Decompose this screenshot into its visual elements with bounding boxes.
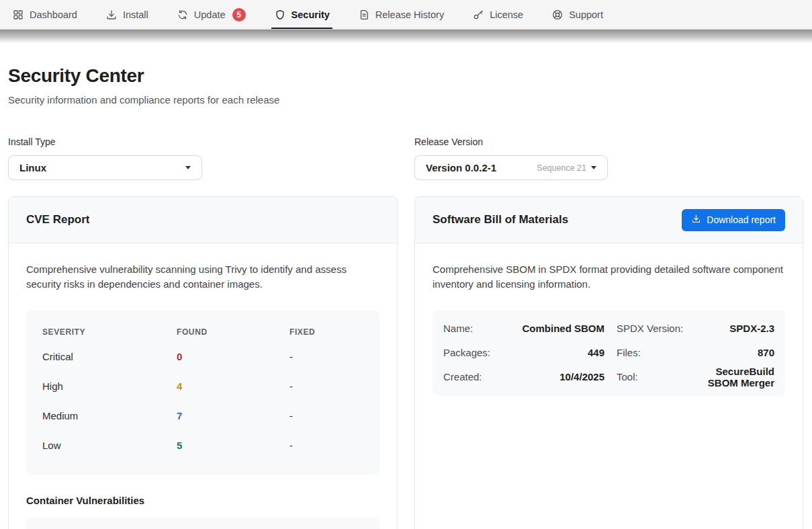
release-version-label: Release Version <box>414 136 803 147</box>
fixed-column-header: FIXED <box>289 327 363 337</box>
container-vulnerabilities-title: Container Vulnerabilities <box>26 495 379 506</box>
nav-item-label: Security <box>291 9 330 20</box>
sbom-detail-value: 10/4/2025 <box>521 371 604 382</box>
download-report-button[interactable]: Download report <box>682 209 785 231</box>
sbom-card: Software Bill of Materials Download repo… <box>414 196 803 529</box>
sbom-detail-value: 449 <box>521 347 604 358</box>
sbom-details-table: Name: Combined SBOM SPDX Version: SPDX-2… <box>433 310 785 396</box>
table-row: Name: Combined SBOM SPDX Version: SPDX-2… <box>443 317 774 341</box>
fixed-count: - <box>289 351 363 362</box>
nav-item-label: Dashboard <box>30 9 77 20</box>
update-count-badge: 5 <box>232 8 246 22</box>
table-row: Created: 10/4/2025 Tool: SecureBuild SBO… <box>443 365 774 389</box>
severity-label: Medium <box>42 410 177 421</box>
security-icon <box>274 9 286 21</box>
table-row: Low 5 - <box>42 431 363 460</box>
sbom-detail-value: SecureBuild SBOM Merger <box>695 366 774 389</box>
found-count: 5 <box>177 440 289 451</box>
severity-label: High <box>42 380 177 392</box>
nav-item-release-history[interactable]: Release History <box>358 0 444 29</box>
nav-item-label: Release History <box>375 9 444 20</box>
nav-item-update[interactable]: Update 5 <box>177 0 246 29</box>
table-row: Critical 0 - <box>42 342 363 372</box>
install-type-label: Install Type <box>8 136 398 147</box>
fixed-count: - <box>289 440 363 451</box>
download-report-label: Download report <box>707 214 776 225</box>
release-version-select[interactable]: Version 0.0.2-1 Sequence 21 <box>414 155 608 180</box>
fixed-count: - <box>289 410 363 421</box>
sbom-detail-label: Packages: <box>443 347 521 358</box>
severity-table-header: SEVERITY FOUND FIXED <box>42 322 363 342</box>
sbom-detail-value: SPDX-2.3 <box>695 323 774 334</box>
table-row: Packages: 449 Files: 870 <box>443 341 774 365</box>
severity-column-header: SEVERITY <box>42 327 177 337</box>
sbom-title: Software Bill of Materials <box>433 213 568 227</box>
nav-item-label: License <box>490 9 523 20</box>
nav-item-support[interactable]: Support <box>551 0 603 29</box>
cve-report-card-header: CVE Report <box>9 197 397 243</box>
sbom-detail-label: Created: <box>443 371 521 382</box>
sbom-card-header: Software Bill of Materials Download repo… <box>415 197 803 243</box>
install-type-value: Linux <box>19 162 46 173</box>
found-count: 0 <box>177 351 289 362</box>
container-table-header: NAME FOUND FIXED <box>26 517 379 529</box>
download-icon <box>691 214 701 226</box>
cve-report-description: Comprehensive vulnerability scanning usi… <box>26 262 379 292</box>
release-sequence-label: Sequence 21 <box>537 163 586 173</box>
sbom-detail-label: Files: <box>604 347 695 358</box>
nav-item-label: Update <box>194 9 226 20</box>
severity-label: Critical <box>42 351 177 362</box>
header-shadow-band <box>0 30 812 43</box>
page-subtitle: Security information and compliance repo… <box>8 94 804 106</box>
support-icon <box>551 9 563 21</box>
cve-report-card: CVE Report Comprehensive vulnerability s… <box>8 196 398 529</box>
sbom-detail-label: SPDX Version: <box>604 323 695 334</box>
update-icon <box>177 9 189 21</box>
nav-item-dashboard[interactable]: Dashboard <box>12 0 77 29</box>
nav-item-label: Support <box>569 9 603 20</box>
sbom-detail-value: 870 <box>695 347 774 358</box>
install-icon <box>105 9 118 21</box>
dashboard-icon <box>12 9 24 21</box>
release-history-icon <box>358 9 370 21</box>
sbom-detail-value: Combined SBOM <box>521 323 604 334</box>
found-count: 7 <box>177 410 289 421</box>
page-title: Security Center <box>8 65 804 87</box>
chevron-down-icon <box>591 166 596 169</box>
license-icon <box>472 9 484 21</box>
sbom-description: Comprehensive SBOM in SPDX format provid… <box>433 262 785 292</box>
nav-item-install[interactable]: Install <box>105 0 148 29</box>
table-row: High 4 - <box>42 372 363 401</box>
severity-label: Low <box>42 440 177 451</box>
top-nav: Dashboard Install Update 5 Security Rele… <box>0 0 812 30</box>
table-row: Medium 7 - <box>42 401 363 431</box>
nav-item-security[interactable]: Security <box>274 0 330 29</box>
fixed-count: - <box>289 380 363 392</box>
found-column-header: FOUND <box>177 327 289 337</box>
severity-table: SEVERITY FOUND FIXED Critical 0 - High 4… <box>26 310 379 475</box>
sbom-detail-label: Name: <box>443 323 521 334</box>
nav-item-license[interactable]: License <box>472 0 523 29</box>
sbom-detail-label: Tool: <box>604 371 695 382</box>
release-version-value: Version 0.0.2-1 <box>426 162 496 173</box>
cve-report-title: CVE Report <box>26 213 89 227</box>
chevron-down-icon <box>185 166 191 169</box>
nav-item-label: Install <box>123 9 148 20</box>
found-count: 4 <box>177 380 289 392</box>
install-type-select[interactable]: Linux <box>8 155 202 180</box>
